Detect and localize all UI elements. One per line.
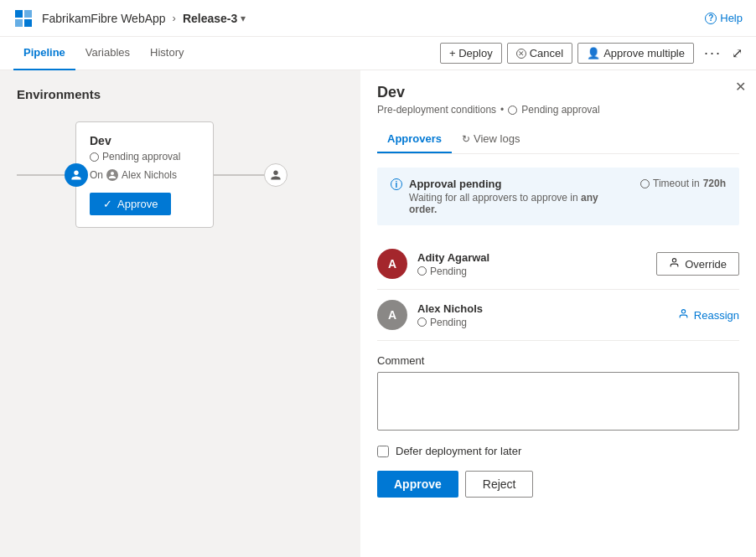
right-panel-wrapper: ✕ Dev Pre-deployment conditions • Pendin… — [360, 70, 756, 557]
approver-name-0: Adity Agarwal — [417, 251, 656, 264]
info-icon: i — [391, 178, 402, 190]
approver-status-0: Pending — [417, 266, 656, 277]
pipeline-diagram: Dev Pending approval On Alex Nichols ✓ — [17, 121, 344, 228]
close-panel-button[interactable]: ✕ — [735, 79, 746, 95]
comment-textarea[interactable] — [377, 372, 739, 431]
banner-left: i Approval pending Waiting for all appro… — [391, 178, 627, 215]
approver-name-1: Alex Nichols — [417, 302, 678, 315]
approver-row-0: A Adity Agarwal Pending — [377, 239, 739, 290]
svg-rect-2 — [15, 19, 23, 27]
clock-icon-small — [90, 152, 99, 162]
panel-body: i Approval pending Waiting for all appro… — [360, 154, 756, 511]
more-actions-button[interactable]: ··· — [699, 43, 727, 64]
env-node-title: Dev — [90, 134, 199, 147]
svg-point-5 — [681, 310, 685, 313]
app-name: FabrikamFibre WebApp — [42, 12, 166, 25]
tab-pipeline[interactable]: Pipeline — [13, 37, 75, 70]
next-env-node — [264, 163, 287, 187]
deploy-button[interactable]: + Deploy — [440, 43, 502, 64]
approver-info-1: Alex Nichols Pending — [417, 302, 678, 328]
topbar-separator: › — [173, 12, 176, 24]
env-node-status: Pending approval — [90, 151, 199, 162]
defer-label: Defer deployment for later — [396, 445, 521, 457]
svg-rect-0 — [15, 10, 23, 18]
approve-multiple-button[interactable]: 👤 Approve multiple — [577, 43, 694, 64]
approve-button-env[interactable]: ✓ Approve — [90, 193, 171, 215]
svg-rect-1 — [24, 10, 32, 18]
approver-info-0: Adity Agarwal Pending — [417, 251, 656, 277]
comment-label: Comment — [377, 354, 739, 367]
release-name[interactable]: Release-3 — [183, 12, 237, 25]
expand-button[interactable]: ⤢ — [732, 45, 743, 61]
override-button[interactable]: Override — [656, 252, 739, 276]
pending-clock-icon-1 — [417, 317, 427, 327]
svg-point-4 — [672, 259, 676, 262]
left-panel: Environments Dev Pending approval — [0, 70, 360, 557]
footer-buttons: Approve Reject — [377, 471, 739, 498]
assignee-avatar — [106, 169, 118, 181]
panel-subtitle-clock-icon — [508, 106, 517, 115]
person-icon: 👤 — [587, 47, 600, 59]
approval-banner: i Approval pending Waiting for all appro… — [377, 168, 739, 225]
topbar: FabrikamFibre WebApp › Release-3 ▾ ? Hel… — [0, 0, 756, 37]
override-icon — [669, 257, 680, 271]
env-node: Dev Pending approval On Alex Nichols ✓ — [75, 121, 214, 228]
panel-tab-approvers[interactable]: Approvers — [377, 126, 452, 153]
tab-history[interactable]: History — [140, 37, 194, 70]
env-node-assignee: On Alex Nichols — [90, 169, 199, 181]
svg-rect-3 — [24, 19, 32, 27]
approver-row-1: A Alex Nichols Pending — [377, 290, 739, 341]
approver-avatar-1: A — [377, 300, 407, 330]
nav-tabs-bar: Pipeline Variables History + Deploy ✕ Ca… — [0, 37, 756, 70]
defer-checkbox[interactable] — [377, 446, 389, 457]
help-icon: ? — [705, 13, 717, 24]
panel-tab-view-logs[interactable]: ↻ View logs — [452, 126, 530, 153]
tab-variables[interactable]: Variables — [75, 37, 140, 70]
help-button[interactable]: ? Help — [705, 12, 743, 24]
approver-avatar-0: A — [377, 249, 407, 279]
nav-actions: + Deploy ✕ Cancel 👤 Approve multiple ···… — [440, 43, 743, 64]
refresh-icon: ↻ — [462, 133, 470, 145]
banner-title: Approval pending — [409, 178, 627, 190]
final-approve-button[interactable]: Approve — [377, 471, 458, 498]
release-chevron-icon[interactable]: ▾ — [241, 13, 246, 24]
cancel-icon: ✕ — [516, 49, 526, 59]
checkmark-icon: ✓ — [103, 198, 112, 210]
reassign-button[interactable]: Reassign — [678, 308, 739, 322]
banner-desc: Waiting for all approvers to approve in … — [409, 192, 627, 215]
approver-status-1: Pending — [417, 317, 678, 328]
main-layout: Environments Dev Pending approval — [0, 70, 756, 557]
panel-subtitle: Pre-deployment conditions • Pending appr… — [377, 104, 739, 116]
panel-tabs: Approvers ↻ View logs — [377, 126, 739, 154]
pending-clock-icon-0 — [417, 266, 427, 276]
environments-title: Environments — [17, 87, 344, 101]
final-reject-button[interactable]: Reject — [465, 471, 534, 498]
timeout-clock-icon — [640, 179, 650, 188]
panel-header: Dev Pre-deployment conditions • Pending … — [360, 70, 756, 154]
panel-title: Dev — [377, 84, 739, 101]
app-logo — [13, 8, 34, 28]
banner-timeout: Timeout in 720h — [640, 178, 726, 189]
pipeline-line-right — [214, 174, 264, 176]
defer-row: Defer deployment for later — [377, 445, 739, 457]
right-panel: Dev Pre-deployment conditions • Pending … — [360, 70, 756, 557]
cancel-button[interactable]: ✕ Cancel — [507, 43, 572, 64]
reassign-icon — [678, 308, 689, 322]
approver-icon-badge — [65, 163, 88, 187]
